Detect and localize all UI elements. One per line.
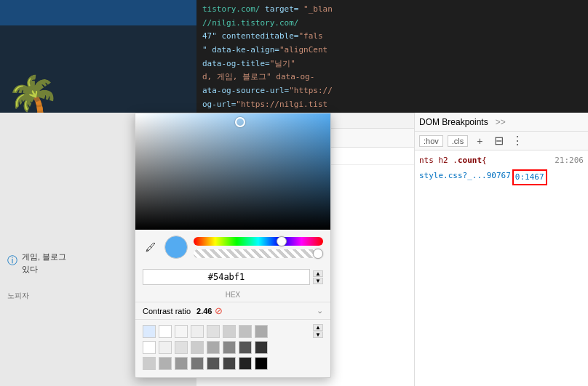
color-controls-row <box>135 230 330 265</box>
file-ref-link[interactable]: style.css?_...90767 <box>419 169 511 186</box>
swatch-2-5[interactable] <box>207 341 220 354</box>
swatches-row-3 <box>143 357 323 370</box>
html-source-line-5: ata-og-source-url="https:// <box>202 84 582 98</box>
hex-label: HEX <box>135 289 330 302</box>
swatch-1-5[interactable] <box>207 325 220 338</box>
add-style-button[interactable]: + <box>472 134 487 148</box>
swatch-3-1[interactable] <box>143 357 156 370</box>
file-line-ref-highlighted[interactable]: 0:1467 <box>512 169 547 186</box>
html-url-text: tistory.com/ <box>202 4 265 14</box>
swatch-1-3[interactable] <box>175 325 188 338</box>
dom-breakpoints-toolbar: DOM Breakpoints >> <box>415 113 588 132</box>
swatch-3-5[interactable] <box>207 357 220 370</box>
hue-slider[interactable] <box>194 237 323 246</box>
chevron-right-icon[interactable]: >> <box>496 117 506 127</box>
color-picker-popup: ▲ ▼ HEX Contrast ratio 2.46 ⊘ ⌄ <box>135 113 331 378</box>
html-source-line-6: og-url="https://nilgi.tist <box>202 98 582 112</box>
spinner-down-button[interactable]: ▼ <box>313 278 323 284</box>
inspector-button[interactable]: ⊟ <box>491 134 506 148</box>
hex-input-row: ▲ ▼ <box>135 265 330 289</box>
color-preview-circle <box>164 236 188 259</box>
html-source-line-url: tistory.com/ target= "_blan <box>202 3 582 17</box>
html-source-line-url2: //nilgi.tistory.com/ <box>202 17 582 31</box>
file-ref-line: style.css?_...90767 0:1467 <box>415 169 588 187</box>
swatch-1-6[interactable] <box>223 325 236 338</box>
gradient-background <box>135 113 330 230</box>
site-author-text: 노피자 <box>7 291 29 301</box>
swatch-1-1[interactable] <box>143 325 156 338</box>
swatch-3-6[interactable] <box>223 357 236 370</box>
alpha-slider[interactable] <box>194 249 323 258</box>
swatch-3-3[interactable] <box>175 357 188 370</box>
more-button[interactable]: ⋮ <box>510 134 525 148</box>
contrast-row: Contrast ratio 2.46 ⊘ ⌄ <box>135 302 330 319</box>
swatch-3-4[interactable] <box>191 357 204 370</box>
korean-text-line1: 게임, 블로그 <box>22 252 66 261</box>
swatches-row-2 <box>143 341 323 354</box>
html-source-line-4: d, 게임, 블로그" data-og- <box>202 71 582 84</box>
swatch-2-7[interactable] <box>239 341 252 354</box>
no-entry-icon: ⊘ <box>215 305 223 316</box>
swatches-spinner-down[interactable]: ▼ <box>313 331 323 338</box>
main-container: 🌴 ⓘ 게임, 블로그 있다 노피자 tistory.com/ target= … <box>0 0 588 386</box>
spinner-up-button[interactable]: ▲ <box>313 270 323 277</box>
color-gradient-canvas[interactable] <box>135 113 330 230</box>
swatch-2-8[interactable] <box>255 341 268 354</box>
swatch-2-4[interactable] <box>191 341 204 354</box>
swatch-3-8[interactable] <box>255 357 268 370</box>
swatch-3-7[interactable] <box>239 357 252 370</box>
site-korean-text: 게임, 블로그 있다 <box>22 251 66 275</box>
html-source-line-3: data-og-title="닐기" <box>202 57 582 71</box>
site-header-bar <box>0 0 196 25</box>
info-icon: ⓘ <box>7 254 17 268</box>
alpha-thumb[interactable] <box>313 249 323 259</box>
svg-point-0 <box>147 249 148 251</box>
html-source-area: tistory.com/ target= "_blan //nilgi.tist… <box>196 0 588 113</box>
html-source-line-2: " data-ke-align="alignCent <box>202 44 582 57</box>
hex-input-field[interactable] <box>143 269 310 285</box>
contrast-value: 2.46 <box>196 307 212 315</box>
swatch-2-3[interactable] <box>175 341 188 354</box>
count-line-num: 21:206 <box>555 154 584 168</box>
swatch-2-1[interactable] <box>143 341 156 354</box>
swatch-1-2[interactable] <box>159 325 172 338</box>
swatches-spinner-up[interactable]: ▲ <box>313 324 323 331</box>
eyedropper-button[interactable] <box>143 239 159 255</box>
sliders-area <box>194 237 323 258</box>
swatches-spinner: ▲ ▼ <box>313 324 323 338</box>
swatch-2-6[interactable] <box>223 341 236 354</box>
swatch-1-7[interactable] <box>239 325 252 338</box>
contrast-label: Contrast ratio <box>143 307 191 315</box>
swatch-3-2[interactable] <box>159 357 172 370</box>
count-source-line: nts h2 . count { 21:206 <box>415 153 588 169</box>
count-text: count <box>458 154 482 168</box>
hov-cls-toolbar: :hov .cls + ⊟ ⋮ <box>415 132 588 150</box>
swatches-row-1: ▲ ▼ <box>143 324 323 338</box>
swatch-2-2[interactable] <box>159 341 172 354</box>
hue-thumb[interactable] <box>277 236 287 246</box>
dom-breakpoints-label: DOM Breakpoints <box>419 117 488 127</box>
swatch-1-8[interactable] <box>255 325 268 338</box>
right-pane-top: DOM Breakpoints >> :hov .cls + ⊟ ⋮ <box>415 113 588 150</box>
swatch-1-4[interactable] <box>191 325 204 338</box>
html-source-line-1: 47" contenteditable="fals <box>202 30 582 44</box>
contrast-expand-button[interactable]: ⌄ <box>317 306 323 315</box>
hex-spinner: ▲ ▼ <box>313 270 323 284</box>
korean-text-line2: 있다 <box>22 265 38 273</box>
hov-button[interactable]: :hov <box>419 135 443 147</box>
count-selector-text: nts h2 . <box>419 154 458 168</box>
cls-button[interactable]: .cls <box>448 135 469 147</box>
color-swatches-area: ▲ ▼ <box>135 319 330 377</box>
css-source-content: nts h2 . count { 21:206 style.css?_...90… <box>415 150 588 386</box>
gradient-selector-dot[interactable] <box>235 117 245 127</box>
right-pane: DOM Breakpoints >> :hov .cls + ⊟ ⋮ <box>415 113 588 386</box>
